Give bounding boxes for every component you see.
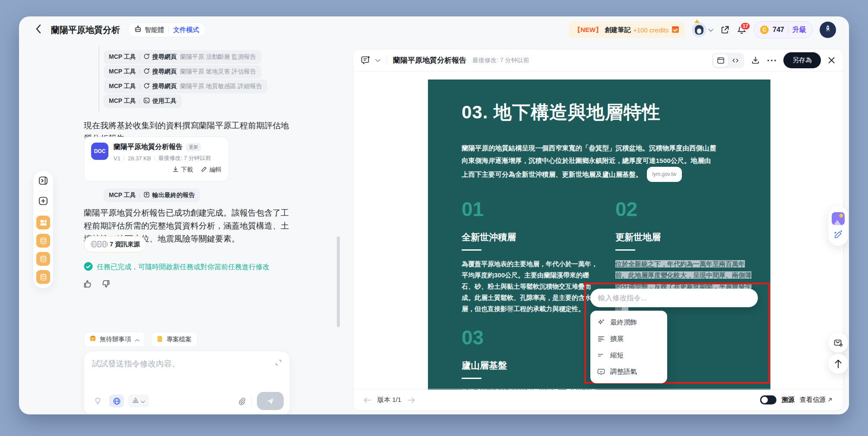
edit-button[interactable]: 編輯: [201, 166, 222, 174]
menu-item-label: 擴展: [610, 334, 624, 344]
tool-row-prefix: MCP 工具: [109, 83, 136, 90]
pill-divider: [788, 26, 789, 33]
doc-chat-icon[interactable]: [361, 55, 371, 65]
doc-mode-label[interactable]: 文件模式: [173, 26, 199, 34]
doc-modified: 最後修改: 7 分钟以前: [158, 154, 211, 162]
model-selector[interactable]: [128, 395, 149, 407]
source-badge[interactable]: lym.gov.tw: [647, 167, 682, 182]
download-icon: [172, 166, 179, 174]
attachment-paperclip-icon[interactable]: [238, 397, 246, 405]
next-version-arrow-icon[interactable]: [407, 397, 415, 403]
download-label: 下載: [181, 166, 193, 174]
close-icon[interactable]: [828, 57, 835, 64]
database-icon[interactable]: [36, 234, 50, 248]
ai-image-icon[interactable]: [832, 212, 845, 225]
menu-item-polish[interactable]: 最終潤飾: [590, 314, 667, 331]
view-sources-label: 查看信源: [800, 396, 826, 404]
lightbulb-icon[interactable]: [90, 395, 105, 407]
chevron-down-icon[interactable]: [708, 26, 713, 34]
menu-item-label: 縮短: [610, 351, 624, 360]
todo-chip-label: 無待辦事項: [100, 335, 131, 344]
todo-chip[interactable]: 無待辦事項: [84, 332, 145, 347]
crown-icon: [694, 19, 700, 23]
thumbs-down-icon[interactable]: [101, 279, 111, 290]
database-icon[interactable]: [36, 270, 50, 284]
tool-call-row[interactable]: MCP 工具 使用工具: [104, 94, 182, 108]
penguin-avatar: [695, 25, 703, 35]
tool-call-row[interactable]: MCP 工具 搜尋網頁 蘭陽平原 地質敏感區 詳細報告: [104, 80, 267, 93]
avatar-pet[interactable]: [692, 22, 706, 37]
chat-input[interactable]: [92, 358, 282, 384]
app-window: 蘭陽平原地質分析 智能體 文件模式 【NEW】 創建筆記 +100 credit…: [19, 16, 849, 414]
sparkle-shape: [839, 213, 843, 218]
collapse-panel-icon[interactable]: [38, 175, 49, 186]
task-done-text: 任務已完成，可隨時開啟新任務或對你當前任務進行修改: [97, 263, 269, 272]
edit-instruction-input[interactable]: [598, 294, 750, 302]
meta-divider: [124, 156, 124, 161]
chevron-down-icon[interactable]: [375, 59, 380, 62]
tool-row-action: 輸出最終的報告: [152, 191, 195, 199]
pill-divider: [168, 27, 169, 33]
page-title: 蘭陽平原地質分析: [51, 24, 120, 36]
notifications-bell-icon[interactable]: 17: [737, 25, 747, 35]
download-icon[interactable]: [751, 56, 760, 65]
download-button[interactable]: 下載: [172, 166, 193, 174]
thumbs-up-icon[interactable]: [83, 279, 92, 290]
task-done-row: 任務已完成，可隨時開啟新任務或對你當前任務進行修改: [84, 262, 269, 273]
pill-divider: [139, 54, 140, 60]
web-globe-icon[interactable]: [109, 395, 124, 407]
upgrade-button[interactable]: 升級: [792, 25, 806, 35]
chevron-left-icon: [35, 24, 41, 36]
back-button[interactable]: [32, 24, 44, 36]
report-section-title: 03. 地下構造與地層特性: [462, 80, 737, 124]
database-icon[interactable]: [36, 252, 50, 266]
tool-row-action: 搜尋網頁: [152, 53, 177, 61]
menu-item-expand[interactable]: 擴展: [590, 331, 667, 347]
feedback-envelope-button[interactable]: [828, 333, 848, 353]
scroll-to-top-button[interactable]: [828, 354, 848, 374]
chat-input-card: [84, 351, 290, 414]
share-icon[interactable]: [720, 25, 730, 35]
toolbar-divider: [38, 191, 48, 191]
code-view-icon[interactable]: [728, 54, 743, 67]
menu-item-tone[interactable]: 調整語氣: [590, 363, 667, 380]
header-right-cluster: 【NEW】 創建筆記 +100 credits 17 C 747 升級: [569, 21, 836, 38]
send-button[interactable]: [257, 392, 284, 410]
tool-call-row[interactable]: MCP 工具 輸出最終的報告: [104, 188, 200, 202]
section-heading: 更新世地層: [615, 231, 754, 243]
right-floating-toolbar: [828, 206, 848, 246]
credits-pill[interactable]: C 747 升級: [754, 21, 813, 38]
menu-item-shorten[interactable]: 縮短: [590, 347, 667, 363]
tool-call-row[interactable]: MCP 工具 搜尋網頁 蘭陽平原 活動斷層 監測報告: [104, 50, 261, 64]
clipboard-icon: [89, 335, 96, 344]
save-as-button[interactable]: 另存為: [783, 52, 821, 68]
project-files-chip[interactable]: 專案檔案: [151, 332, 197, 347]
chat-scrollbar[interactable]: [337, 236, 340, 327]
layout-widget-icon[interactable]: [36, 216, 50, 229]
doc-version: V1: [114, 155, 120, 162]
card-view-icon[interactable]: [713, 54, 728, 67]
pencil-icon: [201, 166, 207, 174]
new-feature-banner[interactable]: 【NEW】 創建筆記 +100 credits: [569, 22, 685, 38]
view-sources-link[interactable]: 查看信源: [800, 396, 833, 404]
user-avatar[interactable]: [820, 22, 836, 38]
expand-icon[interactable]: [275, 359, 282, 368]
tool-row-prefix: MCP 工具: [109, 68, 136, 76]
agent-mode-pill[interactable]: 智能體 文件模式: [128, 22, 206, 37]
sources-pill[interactable]: 7 資訊來源: [84, 236, 146, 252]
tool-call-row[interactable]: MCP 工具 搜尋網頁 蘭陽平原 坡地災害 評估報告: [104, 65, 261, 79]
doc-updated-badge: 更新: [186, 143, 201, 151]
more-ellipsis-icon[interactable]: [767, 59, 776, 62]
ai-edit-pencil-icon[interactable]: [833, 229, 843, 240]
menu-item-label: 調整語氣: [610, 367, 637, 376]
menu-item-label: 最終潤飾: [610, 318, 637, 327]
desktop-background: 蘭陽平原地質分析 智能體 文件模式 【NEW】 創建筆記 +100 credit…: [0, 0, 868, 436]
view-mode-toggle: [712, 53, 744, 68]
previous-version-arrow-icon[interactable]: [364, 397, 371, 403]
new-task-plus-icon[interactable]: [38, 195, 49, 207]
agent-badge-label: 智能體: [145, 26, 164, 34]
tool-row-action: 搜尋網頁: [152, 68, 177, 76]
trace-toggle[interactable]: [760, 395, 776, 404]
document-card[interactable]: DOC 蘭陽平原地質分析報告 更新 V1 28.37 KB 最後修改: 7 分钟…: [84, 137, 229, 181]
document-modified: 最後修改: 7 分钟以前: [472, 57, 529, 64]
